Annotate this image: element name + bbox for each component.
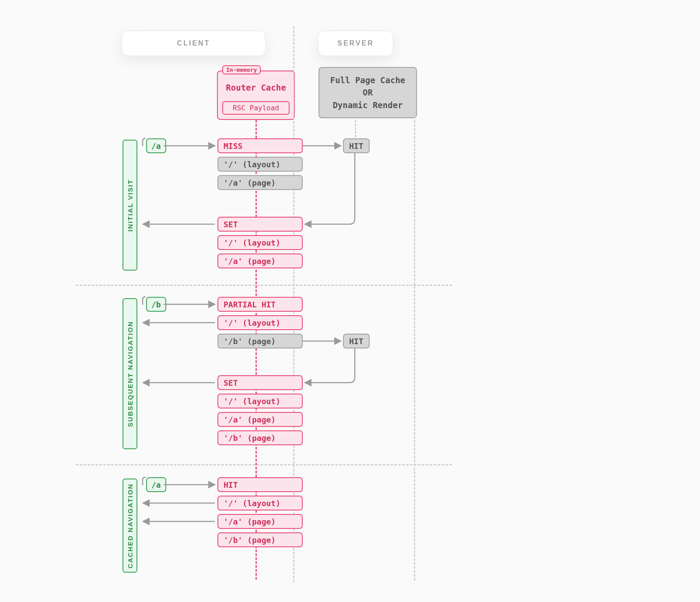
router-cache-box: In-memory Router Cache RSC Payload: [217, 70, 295, 120]
initial-row-4: '/' (layout): [217, 235, 303, 250]
subseq-row-2: '/b' (page): [217, 334, 303, 349]
subseq-row-6: '/b' (page): [217, 430, 303, 445]
subseq-row-3: SET: [217, 375, 303, 390]
cached-text: CACHED NAVIGATION: [126, 483, 134, 568]
cached-row-1: '/' (layout): [217, 496, 303, 510]
subseq-row-0: PARTIAL HIT: [217, 297, 303, 312]
divider-1: [76, 285, 452, 286]
server-right-divider: [414, 116, 415, 581]
router-cache-tag: In-memory: [222, 65, 261, 74]
initial-row-3: SET: [217, 217, 303, 232]
server-label: SERVER: [337, 39, 374, 47]
server-cap: SERVER: [318, 31, 393, 56]
route-badge-subseq: /b: [146, 297, 166, 312]
client-label: CLIENT: [177, 39, 210, 47]
client-cap: CLIENT: [122, 31, 266, 56]
initial-row-0: MISS: [217, 138, 303, 153]
router-cache-title: Router Cache: [218, 83, 294, 92]
initial-visit-label: INITIAL VISIT: [122, 140, 137, 271]
subseq-row-1: '/' (layout): [217, 315, 303, 330]
divider-2: [76, 464, 452, 465]
route-badge-initial: /a: [146, 138, 166, 153]
cached-label: CACHED NAVIGATION: [122, 479, 137, 573]
route-badge-cached: /a: [146, 477, 166, 492]
initial-server-hit: HIT: [343, 138, 370, 153]
server-cache-box: Full Page Cache OR Dynamic Render: [318, 67, 417, 118]
initial-row-5: '/a' (page): [217, 253, 303, 268]
subseq-row-5: '/a' (page): [217, 412, 303, 427]
router-cache-sub: RSC Payload: [222, 101, 290, 115]
subseq-text: SUBSEQUENT NAVIGATION: [126, 320, 134, 426]
cached-row-2: '/a' (page): [217, 514, 303, 529]
initial-visit-text: INITIAL VISIT: [126, 179, 134, 232]
cached-row-0: HIT: [217, 477, 303, 492]
subseq-label: SUBSEQUENT NAVIGATION: [122, 298, 137, 449]
server-top-stub: [355, 116, 356, 137]
initial-row-2: '/a' (page): [217, 175, 303, 190]
subseq-server-hit: HIT: [343, 334, 370, 349]
subseq-row-4: '/' (layout): [217, 394, 303, 408]
initial-row-1: '/' (layout): [217, 157, 303, 172]
cached-row-3: '/b' (page): [217, 532, 303, 547]
